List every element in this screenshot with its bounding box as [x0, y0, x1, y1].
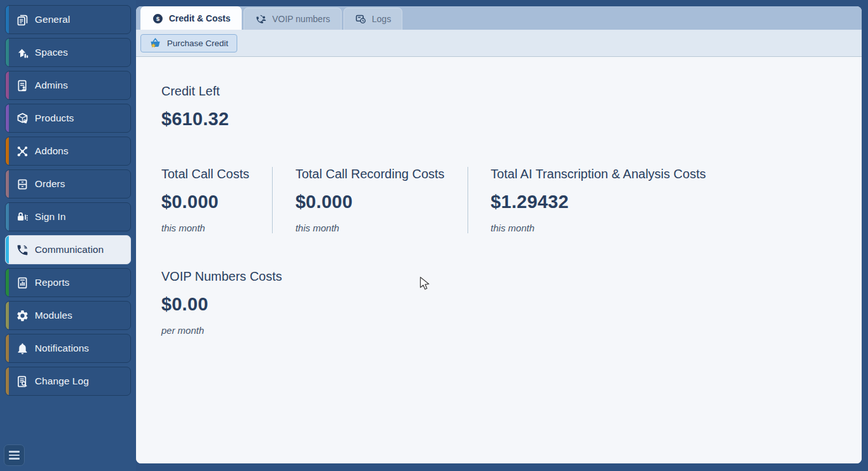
- stat-total-ai-transcription-costs: Total AI Transcription & Analysis Costs …: [468, 167, 729, 233]
- sidebar-item-label: Addons: [35, 145, 68, 157]
- edge-strip: [6, 269, 9, 297]
- toolbar: Purchase Credit: [136, 30, 862, 57]
- changelog-doc-icon: [15, 374, 29, 388]
- sidebar-item-label: Reports: [35, 277, 70, 288]
- sidebar-item-change-log[interactable]: Change Log: [5, 367, 131, 396]
- stat-period: per month: [161, 325, 282, 336]
- sidebar-item-label: Products: [35, 113, 74, 124]
- stat-label: VOIP Numbers Costs: [161, 269, 282, 284]
- svg-text:$: $: [156, 15, 160, 21]
- edge-strip: [6, 203, 9, 231]
- edge-strip: [6, 39, 9, 66]
- sidebar-item-label: Change Log: [35, 376, 89, 387]
- sidebar-item-label: Notifications: [35, 343, 89, 354]
- edge-strip: [6, 137, 9, 165]
- sidebar-item-label: Communication: [35, 244, 104, 255]
- stat-label: Total Call Recording Costs: [295, 167, 445, 181]
- orders-drawer-icon: [15, 177, 29, 191]
- stat-value: $1.29432: [491, 192, 706, 212]
- tab-label: Credit & Costs: [169, 13, 230, 23]
- sidebar-item-orders[interactable]: Orders: [5, 169, 131, 199]
- logs-clock-icon: [355, 13, 367, 25]
- hamburger-icon: [9, 451, 20, 453]
- tab-bar: $ Credit & Costs VOIP numbers Logs: [136, 6, 862, 30]
- app-root: { "sidebar": { "items": [ { "label": "Ge…: [0, 0, 868, 471]
- sidebar-item-spaces[interactable]: Spaces: [5, 38, 131, 67]
- edge-strip: [6, 104, 9, 132]
- sidebar-item-label: General: [35, 14, 70, 25]
- stat-period: this month: [295, 223, 445, 233]
- main-panel: $ Credit & Costs VOIP numbers Logs Purch…: [136, 6, 862, 463]
- edge-strip: [6, 302, 9, 329]
- tab-label: VOIP numbers: [272, 14, 330, 24]
- edge-strip: [6, 170, 9, 198]
- monthly-stats-row: Total Call Costs $0.000 this month Total…: [161, 167, 836, 233]
- bell-icon: [15, 341, 29, 355]
- sidebar-item-general[interactable]: General: [5, 5, 131, 34]
- sidebar: General Spaces Admins Products Addons: [0, 0, 136, 471]
- dollar-circle-icon: $: [152, 13, 164, 25]
- sidebar-item-products[interactable]: Products: [5, 104, 131, 133]
- stat-value: $610.32: [161, 109, 836, 130]
- edge-strip: [6, 6, 9, 34]
- edge-strip: [6, 367, 9, 395]
- edge-strip: [6, 334, 9, 362]
- sidebar-item-label: Spaces: [35, 47, 68, 58]
- purchase-credit-button[interactable]: Purchase Credit: [140, 34, 237, 52]
- sidebar-item-label: Orders: [35, 178, 65, 190]
- basket-star-icon: [149, 37, 161, 49]
- sidebar-item-addons[interactable]: Addons: [5, 137, 131, 166]
- stat-period: this month: [491, 223, 706, 233]
- stat-label: Credit Left: [161, 84, 836, 99]
- tab-logs[interactable]: Logs: [344, 8, 402, 30]
- edge-strip: [6, 71, 9, 99]
- pages-icon: [15, 13, 29, 27]
- sidebar-item-label: Modules: [35, 310, 72, 321]
- stat-value: $0.00: [161, 294, 282, 315]
- report-chart-icon: [15, 276, 29, 290]
- sidebar-item-modules[interactable]: Modules: [5, 301, 131, 330]
- product-box-icon: [15, 111, 29, 125]
- sidebar-item-notifications[interactable]: Notifications: [5, 334, 131, 363]
- admin-list-icon: [15, 78, 29, 92]
- stat-period: this month: [161, 223, 249, 233]
- tab-voip-numbers[interactable]: VOIP numbers: [244, 8, 342, 30]
- sidebar-item-reports[interactable]: Reports: [5, 268, 131, 297]
- signin-lock-icon: [15, 210, 29, 224]
- stat-total-call-recording-costs: Total Call Recording Costs $0.000 this m…: [272, 167, 468, 233]
- sidebar-item-label: Sign In: [35, 211, 66, 223]
- voip-stats-row: VOIP Numbers Costs $0.00 per month: [161, 269, 836, 336]
- sidebar-item-admins[interactable]: Admins: [5, 71, 131, 100]
- stat-label: Total AI Transcription & Analysis Costs: [491, 167, 706, 181]
- edge-strip: [6, 236, 9, 264]
- sidebar-item-sign-in[interactable]: Sign In: [5, 202, 131, 231]
- stat-label: Total Call Costs: [161, 167, 249, 181]
- stat-total-call-costs: Total Call Costs $0.000 this month: [161, 167, 272, 233]
- phone-icon: [15, 243, 29, 257]
- spaces-icon: [15, 46, 29, 59]
- sidebar-item-label: Admins: [35, 80, 68, 91]
- addons-hub-icon: [15, 144, 29, 158]
- stat-voip-numbers-costs: VOIP Numbers Costs $0.00 per month: [161, 269, 305, 336]
- tab-credit-and-costs[interactable]: $ Credit & Costs: [140, 6, 242, 30]
- sidebar-collapse-button[interactable]: [4, 444, 25, 466]
- credit-costs-content: Credit Left $610.32 Total Call Costs $0.…: [136, 57, 862, 463]
- gear-icon: [15, 309, 29, 322]
- voip-phone-icon: [255, 13, 267, 25]
- stat-value: $0.000: [161, 192, 249, 212]
- purchase-credit-label: Purchase Credit: [167, 39, 228, 48]
- stat-credit-left: Credit Left $610.32: [161, 84, 836, 130]
- tab-label: Logs: [372, 14, 391, 24]
- stat-value: $0.000: [295, 192, 445, 212]
- sidebar-item-communication[interactable]: Communication: [5, 235, 131, 264]
